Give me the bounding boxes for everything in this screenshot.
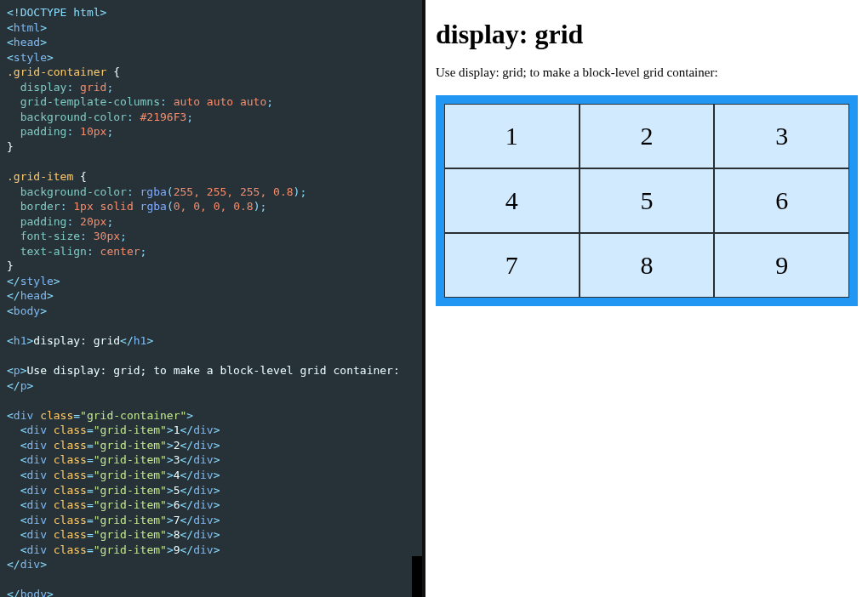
grid-item-9: 9 (714, 233, 849, 298)
pane-resize-handle[interactable] (412, 556, 424, 597)
code-editor-pane[interactable]: <!DOCTYPE html> <html> <head> <style> .g… (0, 0, 425, 597)
css-sel-grid-container: .grid-container (7, 65, 106, 78)
code-p-text: Use display: grid; to make a block-level… (26, 364, 399, 377)
css-sel-grid-item: .grid-item (7, 170, 73, 183)
tag-style-open: style (14, 51, 47, 64)
preview-heading: display: grid (436, 19, 858, 50)
doctype: <!DOCTYPE html> (7, 6, 106, 19)
preview-pane: display: grid Use display: grid; to make… (425, 0, 868, 597)
preview-paragraph: Use display: grid; to make a block-level… (436, 65, 858, 80)
grid-item-3: 3 (714, 104, 849, 168)
grid-item-2: 2 (580, 104, 715, 168)
grid-item-5: 5 (580, 168, 715, 233)
code-h1-text: display: grid (33, 334, 120, 347)
grid-item-7: 7 (444, 233, 580, 298)
tag-head-open: head (14, 36, 40, 48)
grid-container: 1 2 3 4 5 6 7 8 9 (436, 95, 858, 306)
grid-item-1: 1 (444, 104, 580, 168)
grid-item-8: 8 (580, 233, 715, 298)
tag-html-open: html (14, 21, 40, 34)
grid-item-6: 6 (714, 168, 849, 233)
grid-item-4: 4 (444, 168, 580, 233)
